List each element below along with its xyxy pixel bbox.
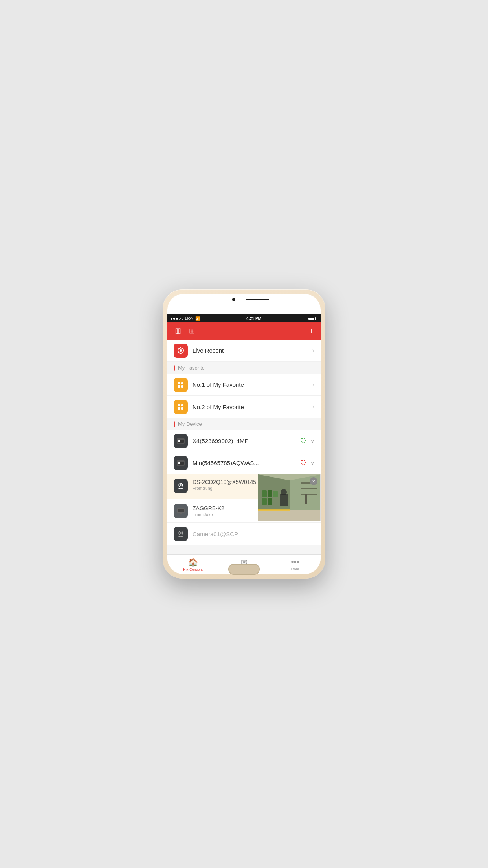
device-1-expand[interactable]: ∨ [310,438,314,444]
device-accent [174,421,175,427]
device-2-icon [174,456,188,470]
favorite-section-header: My Favorite [167,362,321,374]
svg-point-21 [180,484,182,486]
favorite-1-item[interactable]: No.1 of My Favorite › [167,374,321,396]
svg-rect-37 [258,509,290,511]
home-button[interactable] [228,564,260,575]
device-4-icon [174,504,188,518]
favorites-list: No.1 of My Favorite › No.2 of [167,374,321,418]
svg-rect-33 [262,498,267,505]
svg-rect-19 [178,463,180,464]
camera-dot [232,298,235,301]
device-1-right: 🛡 ∨ [300,437,314,445]
svg-rect-5 [181,382,183,384]
signal-icon [171,318,183,320]
svg-rect-8 [178,404,180,406]
tab-more-label: More [291,567,299,571]
phone-frame: LION 📶 4:21 PM ▶⃝ ⊞ + [163,289,325,579]
svg-rect-15 [178,441,180,442]
svg-rect-34 [268,498,272,505]
svg-rect-35 [280,494,288,506]
device-1-label: X4(523699002)_4MP [193,438,300,444]
svg-rect-4 [178,382,180,384]
device-2-item[interactable]: Min(54565785)AQWAS... 🛡 ∨ [167,452,321,474]
top-navigation: ▶⃝ ⊞ + [167,322,321,340]
home-icon: 🏠 [188,557,198,567]
svg-rect-31 [268,490,272,497]
add-button[interactable]: + [309,326,314,337]
device-5-icon [174,527,188,541]
svg-rect-41 [178,509,184,512]
favorite-1-chevron: › [312,381,314,388]
favorite-2-chevron: › [312,403,314,410]
favorite-accent [174,365,175,371]
svg-point-36 [281,489,287,495]
device-1-shield-green: 🛡 [300,437,307,445]
status-left: LION 📶 [171,316,200,321]
tab-more[interactable]: ••• More [270,557,321,571]
battery-indicator [308,317,317,320]
svg-rect-7 [181,385,183,388]
tab-hik-concent-label: Hik-Concent [183,568,203,572]
live-recent-nav-icon[interactable]: ▶⃝ [174,325,183,337]
device-2-right: 🛡 ∨ [300,459,314,467]
svg-rect-6 [178,385,180,388]
svg-rect-13 [178,440,184,443]
device-5-name: Camera01@SCP [193,531,314,537]
device-2-shield-red: 🛡 [300,459,307,467]
live-recent-chevron: › [312,347,314,354]
carrier-label: LION [185,316,193,320]
speaker-bar [246,299,269,300]
svg-rect-38 [305,496,307,504]
svg-rect-17 [178,462,184,465]
svg-rect-29 [301,494,317,495]
svg-rect-28 [301,488,317,489]
svg-point-39 [305,494,307,496]
device-section-label: My Device [178,421,202,427]
device-3-wrapper: DS-2CD2Q10@X5W0145... From:King ✕ [167,474,321,499]
svg-rect-10 [178,407,180,410]
time-label: 4:21 PM [246,316,261,321]
svg-rect-42 [180,513,182,514]
device-3-icon [174,479,188,493]
favorite-section-label: My Favorite [178,365,205,371]
status-bar: LION 📶 4:21 PM [167,314,321,322]
device-2-label: Min(54565785)AQWAS... [193,460,300,466]
tab-hik-concent[interactable]: 🏠 Hik-Concent [167,557,218,572]
wifi-icon: 📶 [195,316,200,321]
grid-nav-icon[interactable]: ⊞ [189,327,195,335]
svg-rect-24 [258,510,321,521]
more-icon: ••• [291,557,299,566]
svg-point-44 [180,532,182,534]
device-1-item[interactable]: X4(523699002)_4MP 🛡 ∨ [167,430,321,452]
svg-point-1 [180,349,182,352]
svg-rect-14 [178,440,180,441]
svg-rect-30 [262,490,267,497]
device-section-header: My Device [167,418,321,430]
svg-rect-32 [273,491,278,497]
favorite-2-icon [174,400,188,414]
favorite-2-item[interactable]: No.2 of My Favorite › [167,396,321,418]
device-2-expand[interactable]: ∨ [310,460,314,466]
live-recent-label: Live Recent [193,347,312,354]
favorite-2-label: No.2 of My Favorite [193,404,312,410]
battery-icon [308,317,316,320]
live-recent-item[interactable]: Live Recent › [167,340,321,362]
svg-rect-11 [181,407,183,410]
phone-screen: LION 📶 4:21 PM ▶⃝ ⊞ + [167,294,321,574]
main-content: Live Recent › My Favorite [167,340,321,554]
live-recent-icon [174,344,188,358]
close-preview-button[interactable]: ✕ [310,477,317,485]
svg-rect-9 [181,404,183,406]
favorite-1-label: No.1 of My Favorite [193,381,312,388]
device-5-item[interactable]: Camera01@SCP [167,523,321,545]
device-1-icon [174,434,188,448]
svg-rect-18 [178,462,180,463]
favorite-1-icon [174,378,188,392]
